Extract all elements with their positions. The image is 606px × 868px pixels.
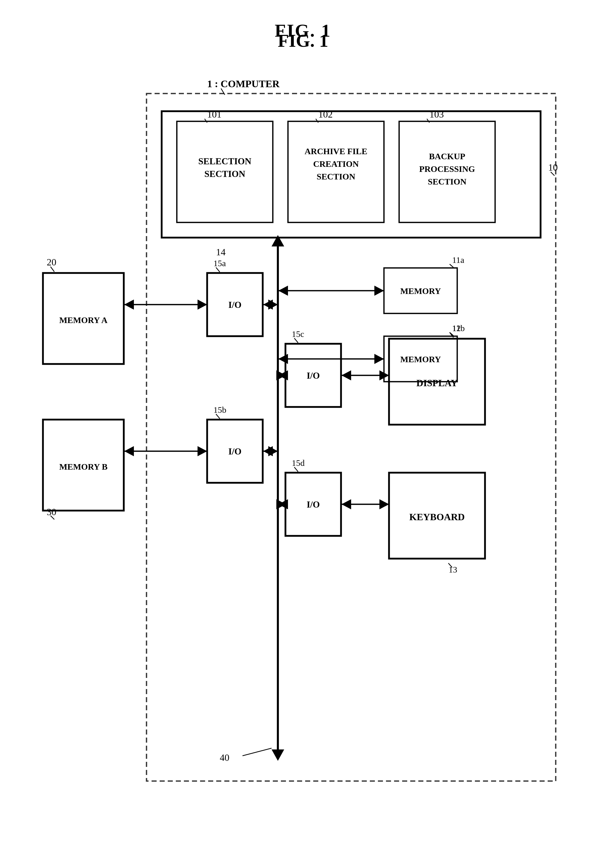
svg-rect-2	[177, 121, 273, 222]
svg-text:SECTION: SECTION	[317, 172, 355, 181]
svg-text:1 : COMPUTER: 1 : COMPUTER	[207, 78, 280, 90]
svg-rect-51	[384, 336, 457, 382]
svg-line-5	[205, 119, 207, 122]
svg-text:DISPLAY: DISPLAY	[416, 378, 458, 388]
svg-text:I/O: I/O	[228, 446, 241, 457]
svg-marker-81	[263, 446, 273, 456]
svg-text:103: 103	[430, 109, 444, 119]
svg-marker-79	[268, 299, 278, 310]
svg-text:KEYBOARD: KEYBOARD	[409, 512, 465, 522]
svg-text:MEMORY: MEMORY	[400, 287, 441, 296]
svg-rect-55	[389, 339, 485, 425]
svg-line-45	[294, 467, 298, 472]
svg-marker-76	[198, 446, 207, 456]
svg-text:20: 20	[47, 257, 56, 267]
svg-line-9	[427, 119, 430, 122]
svg-marker-65	[272, 235, 284, 246]
svg-marker-82	[268, 446, 278, 456]
svg-text:11a: 11a	[452, 255, 464, 265]
svg-text:PROCESSING: PROCESSING	[419, 164, 475, 174]
svg-rect-0	[147, 93, 556, 781]
svg-marker-68	[272, 749, 284, 761]
svg-marker-91	[276, 370, 286, 380]
svg-line-25	[51, 267, 54, 272]
svg-line-29	[51, 516, 54, 519]
svg-line-57	[450, 332, 453, 338]
svg-line-49	[450, 264, 453, 267]
svg-text:SECTION: SECTION	[428, 177, 466, 186]
svg-marker-72	[124, 299, 134, 310]
svg-marker-84	[278, 286, 288, 296]
svg-rect-1	[162, 111, 541, 237]
svg-marker-93	[342, 370, 351, 380]
svg-marker-85	[374, 286, 384, 296]
svg-text:13: 13	[448, 565, 457, 574]
svg-text:15a: 15a	[213, 259, 226, 268]
svg-text:102: 102	[318, 109, 333, 119]
svg-text:14: 14	[216, 247, 226, 257]
svg-rect-43	[286, 473, 341, 536]
svg-line-33	[216, 267, 220, 272]
svg-line-61	[448, 563, 452, 567]
svg-line-53	[450, 332, 453, 336]
svg-text:SELECTION: SELECTION	[198, 156, 251, 166]
svg-rect-31	[207, 273, 263, 336]
svg-line-37	[216, 414, 220, 418]
svg-rect-3	[288, 121, 384, 222]
svg-text:MEMORY B: MEMORY B	[59, 462, 107, 471]
svg-marker-97	[276, 499, 286, 509]
svg-text:15b: 15b	[213, 405, 226, 415]
svg-text:I/O: I/O	[307, 370, 320, 381]
svg-marker-88	[374, 354, 384, 364]
svg-line-69	[243, 748, 272, 756]
svg-text:101: 101	[207, 109, 221, 119]
svg-text:12: 12	[452, 324, 461, 333]
svg-rect-47	[384, 268, 457, 313]
svg-text:I/O: I/O	[228, 300, 241, 310]
page-title: FIG. 1	[0, 30, 606, 51]
svg-marker-94	[379, 370, 389, 380]
svg-marker-87	[278, 354, 288, 364]
svg-marker-78	[263, 299, 273, 310]
svg-marker-100	[379, 499, 389, 509]
svg-text:ARCHIVE FILE: ARCHIVE FILE	[305, 147, 367, 156]
svg-text:15c: 15c	[292, 329, 304, 339]
svg-rect-27	[43, 420, 124, 511]
svg-text:MEMORY A: MEMORY A	[59, 315, 108, 325]
svg-line-13	[221, 88, 225, 95]
svg-text:BACKUP: BACKUP	[429, 152, 465, 161]
svg-rect-23	[43, 273, 124, 364]
svg-rect-59	[389, 473, 485, 559]
svg-text:CREATION: CREATION	[313, 159, 359, 169]
svg-marker-99	[342, 499, 351, 509]
svg-rect-4	[399, 121, 495, 222]
svg-text:40: 40	[220, 752, 229, 763]
svg-line-41	[294, 338, 298, 343]
svg-text:11b: 11b	[452, 324, 465, 333]
svg-line-11	[551, 172, 555, 176]
svg-text:SECTION: SECTION	[204, 169, 245, 179]
svg-marker-75	[124, 446, 134, 456]
svg-rect-35	[207, 420, 263, 483]
svg-marker-90	[278, 370, 288, 380]
svg-marker-96	[278, 499, 288, 509]
svg-rect-39	[286, 344, 341, 407]
svg-text:MEMORY: MEMORY	[400, 355, 441, 364]
svg-text:30: 30	[47, 507, 56, 517]
svg-line-7	[316, 119, 318, 122]
svg-text:I/O: I/O	[307, 499, 320, 510]
svg-text:15d: 15d	[292, 458, 305, 468]
svg-marker-73	[198, 299, 207, 310]
svg-text:10: 10	[548, 162, 558, 173]
